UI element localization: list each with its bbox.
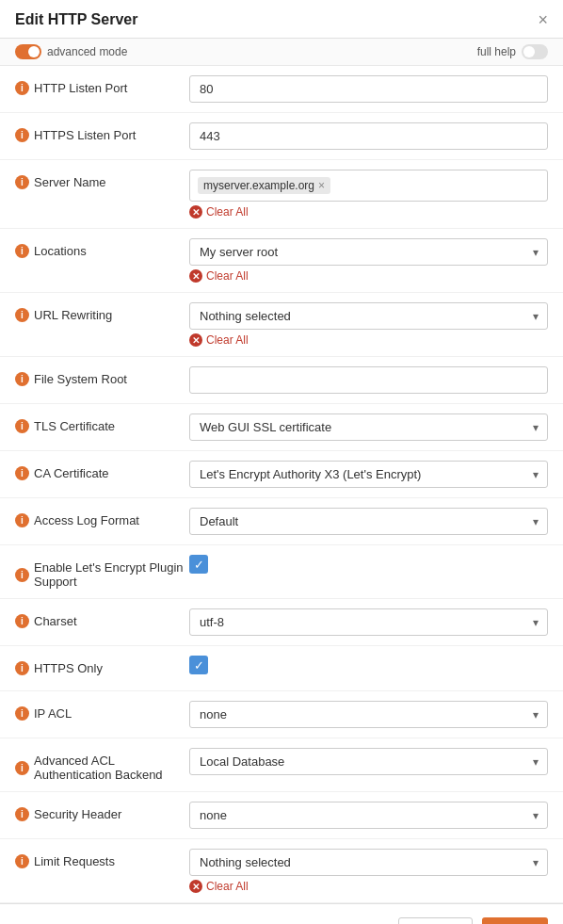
- advanced-acl-label-col: i Advanced ACL Authentication Backend: [15, 748, 189, 782]
- locations-clear-all-label: Clear All: [206, 269, 249, 283]
- security-header-select-wrapper: none: [189, 802, 548, 829]
- lets-encrypt-checkbox[interactable]: ✓: [189, 555, 208, 574]
- form-body: i HTTP Listen Port i HTTPS Listen Port i…: [0, 66, 563, 903]
- http-listen-port-info-icon[interactable]: i: [15, 81, 29, 95]
- ca-certificate-field: Let's Encrypt Authority X3 (Let's Encryp…: [189, 461, 548, 488]
- full-help-label: full help: [477, 45, 516, 58]
- tls-certificate-info-icon[interactable]: i: [15, 419, 29, 433]
- http-listen-port-label-col: i HTTP Listen Port: [15, 75, 189, 95]
- ca-certificate-label-col: i CA Certificate: [15, 461, 189, 480]
- https-only-info-icon[interactable]: i: [15, 661, 29, 675]
- ip-acl-row: i IP ACL none: [0, 691, 563, 738]
- tls-certificate-label-col: i TLS Certificate: [15, 413, 189, 433]
- advanced-acl-select-wrapper: Local Database: [189, 748, 548, 775]
- full-help-toggle-icon[interactable]: [522, 44, 548, 59]
- https-only-label: HTTPS Only: [34, 661, 103, 675]
- ca-certificate-select[interactable]: Let's Encrypt Authority X3 (Let's Encryp…: [189, 461, 548, 488]
- security-header-field: none: [189, 802, 548, 829]
- edit-http-server-modal: Edit HTTP Server × advanced mode full he…: [0, 0, 563, 924]
- http-listen-port-input[interactable]: [189, 75, 548, 103]
- ip-acl-select[interactable]: none: [189, 701, 548, 728]
- https-only-field: ✓: [189, 656, 548, 674]
- charset-row: i Charset utf-8: [0, 599, 563, 646]
- cancel-button[interactable]: Cancel: [398, 917, 472, 924]
- charset-label: Charset: [34, 614, 77, 628]
- security-header-row: i Security Header none: [0, 792, 563, 839]
- server-name-clear-all-button[interactable]: ✕ Clear All: [189, 205, 548, 219]
- advanced-mode-toggle[interactable]: advanced mode: [15, 44, 127, 59]
- charset-select[interactable]: utf-8: [189, 608, 548, 636]
- limit-requests-select[interactable]: Nothing selected: [189, 849, 548, 876]
- ca-certificate-label: CA Certificate: [34, 466, 108, 480]
- tls-certificate-select[interactable]: Web GUI SSL certificate: [189, 413, 548, 441]
- ca-certificate-select-wrapper: Let's Encrypt Authority X3 (Let's Encryp…: [189, 461, 548, 488]
- access-log-format-row: i Access Log Format Default: [0, 498, 563, 545]
- access-log-format-label: Access Log Format: [34, 513, 139, 527]
- url-rewriting-select-wrapper: Nothing selected: [189, 302, 548, 330]
- close-button[interactable]: ×: [538, 11, 548, 28]
- file-system-root-label-col: i File System Root: [15, 366, 189, 386]
- modal-title: Edit HTTP Server: [15, 11, 137, 28]
- server-name-tag-remove[interactable]: ×: [318, 179, 325, 192]
- server-name-tag: myserver.example.org ×: [198, 177, 330, 194]
- advanced-acl-info-icon[interactable]: i: [15, 761, 29, 775]
- limit-requests-label: Limit Requests: [34, 854, 115, 868]
- ip-acl-label: IP ACL: [34, 706, 72, 721]
- save-button[interactable]: Save: [482, 917, 548, 924]
- url-rewriting-info-icon[interactable]: i: [15, 308, 29, 322]
- https-listen-port-field: [189, 122, 548, 150]
- access-log-format-select[interactable]: Default: [189, 508, 548, 535]
- access-log-format-label-col: i Access Log Format: [15, 508, 189, 527]
- security-header-select[interactable]: none: [189, 802, 548, 829]
- url-rewriting-row: i URL Rewriting Nothing selected ✕ Clear…: [0, 293, 563, 357]
- locations-select[interactable]: My server root: [189, 238, 548, 266]
- https-listen-port-info-icon[interactable]: i: [15, 128, 29, 142]
- lets-encrypt-info-icon[interactable]: i: [15, 568, 29, 582]
- charset-label-col: i Charset: [15, 608, 189, 628]
- locations-row: i Locations My server root ✕ Clear All: [0, 229, 563, 293]
- ca-certificate-info-icon[interactable]: i: [15, 466, 29, 480]
- ip-acl-info-icon[interactable]: i: [15, 706, 29, 721]
- url-rewriting-select[interactable]: Nothing selected: [189, 302, 548, 330]
- limit-requests-clear-all-button[interactable]: ✕ Clear All: [189, 880, 548, 893]
- advanced-mode-toggle-icon[interactable]: [15, 44, 41, 59]
- tls-certificate-row: i TLS Certificate Web GUI SSL certificat…: [0, 404, 563, 451]
- server-name-info-icon[interactable]: i: [15, 175, 29, 189]
- file-system-root-info-icon[interactable]: i: [15, 372, 29, 386]
- https-only-row: i HTTPS Only ✓: [0, 646, 563, 691]
- file-system-root-row: i File System Root: [0, 357, 563, 404]
- url-rewriting-clear-all-button[interactable]: ✕ Clear All: [189, 333, 548, 347]
- https-listen-port-input[interactable]: [189, 122, 548, 150]
- full-help-toggle[interactable]: full help: [477, 44, 548, 59]
- https-listen-port-row: i HTTPS Listen Port: [0, 113, 563, 160]
- locations-clear-all-button[interactable]: ✕ Clear All: [189, 269, 548, 283]
- http-listen-port-field: [189, 75, 548, 103]
- url-rewriting-label-col: i URL Rewriting: [15, 302, 189, 322]
- https-listen-port-label: HTTPS Listen Port: [34, 128, 136, 142]
- locations-label-col: i Locations: [15, 238, 189, 258]
- server-name-label: Server Name: [34, 175, 106, 189]
- access-log-format-select-wrapper: Default: [189, 508, 548, 535]
- server-name-tag-input[interactable]: myserver.example.org ×: [189, 170, 548, 202]
- file-system-root-label: File System Root: [34, 372, 127, 386]
- file-system-root-field: [189, 366, 548, 394]
- file-system-root-input[interactable]: [189, 366, 548, 394]
- locations-label: Locations: [34, 244, 87, 258]
- security-header-info-icon[interactable]: i: [15, 807, 29, 821]
- ip-acl-field: none: [189, 701, 548, 728]
- security-header-label-col: i Security Header: [15, 802, 189, 821]
- https-only-checkbox[interactable]: ✓: [189, 656, 208, 674]
- tls-certificate-select-wrapper: Web GUI SSL certificate: [189, 413, 548, 441]
- server-name-tag-text: myserver.example.org: [203, 179, 314, 192]
- charset-info-icon[interactable]: i: [15, 614, 29, 628]
- limit-requests-info-icon[interactable]: i: [15, 854, 29, 868]
- lets-encrypt-label-col: i Enable Let's Encrypt Plugin Support: [15, 555, 189, 589]
- https-listen-port-label-col: i HTTPS Listen Port: [15, 122, 189, 142]
- advanced-acl-select[interactable]: Local Database: [189, 748, 548, 775]
- ca-certificate-row: i CA Certificate Let's Encrypt Authority…: [0, 451, 563, 498]
- server-name-field: myserver.example.org × ✕ Clear All: [189, 170, 548, 219]
- locations-info-icon[interactable]: i: [15, 244, 29, 258]
- lets-encrypt-field: ✓: [189, 555, 548, 574]
- access-log-format-info-icon[interactable]: i: [15, 513, 29, 527]
- limit-requests-clear-icon: ✕: [189, 880, 202, 893]
